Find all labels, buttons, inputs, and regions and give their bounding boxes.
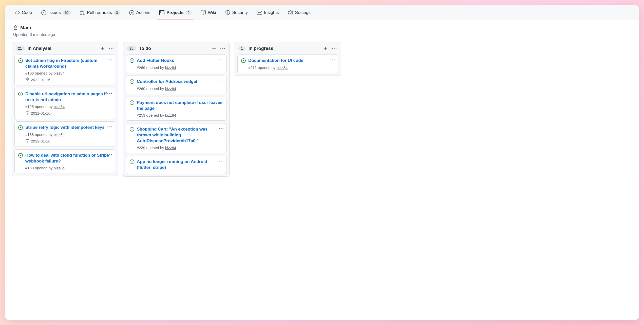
column-header: 1In progress: [235, 42, 341, 55]
tab-issues[interactable]: Issues 62: [38, 5, 74, 20]
opened-by-text: opened by: [34, 104, 53, 109]
card-menu-button[interactable]: [107, 124, 112, 131]
issue-open-icon: [18, 58, 23, 64]
column-count: 1: [238, 46, 245, 51]
gear-icon: [288, 10, 293, 15]
tab-wiki-label: Wiki: [208, 10, 216, 15]
column-menu-button[interactable]: [108, 45, 114, 51]
tab-pulls[interactable]: Pull requests 3: [76, 5, 123, 20]
card-title[interactable]: Stripe retry logic with idempotent keys: [25, 125, 105, 131]
issue-card[interactable]: Controller for Address widget#260 opened…: [126, 76, 227, 94]
opened-by-text: opened by: [145, 65, 165, 70]
issue-card[interactable]: Documentation for UI code#211 opened by …: [237, 55, 338, 73]
issue-number: #269: [137, 65, 145, 70]
card-meta: #269 opened by bizz84: [137, 65, 223, 70]
issue-card[interactable]: App no longer running on Android (flutte…: [126, 156, 227, 174]
card-title[interactable]: Disable url navigation to admin pages if…: [25, 91, 111, 103]
issues-icon: [41, 10, 46, 15]
card-list: Add Flutter Hooks#269 opened by bizz84Co…: [123, 55, 229, 176]
card-menu-button[interactable]: [218, 126, 224, 133]
pulls-count: 3: [114, 10, 120, 15]
issue-card[interactable]: Add Flutter Hooks#269 opened by bizz84: [126, 55, 227, 73]
issue-number: #103: [25, 71, 34, 75]
tab-projects[interactable]: Projects 2: [156, 5, 195, 20]
issue-card[interactable]: Set admin flag in Firestore (custom clai…: [14, 55, 115, 85]
tab-security[interactable]: Security: [222, 5, 251, 20]
play-icon: [129, 10, 134, 15]
tab-actions[interactable]: Actions: [126, 5, 154, 20]
book-icon: [201, 10, 206, 15]
card-title[interactable]: App no longer running on Android (flutte…: [137, 159, 223, 171]
card-title[interactable]: Add Flutter Hooks: [137, 58, 174, 64]
user-link[interactable]: bizz84: [165, 86, 176, 91]
add-card-button[interactable]: [323, 45, 329, 51]
opened-by-text: opened by: [145, 113, 165, 117]
user-link[interactable]: bizz84: [165, 146, 176, 150]
shield-icon: [225, 10, 230, 15]
column-count: 25: [127, 46, 136, 51]
milestone-date: 2022-01-16: [31, 139, 50, 143]
card-menu-button[interactable]: [107, 152, 112, 159]
card-menu-button[interactable]: [218, 78, 224, 85]
card-title[interactable]: Shopping Cart: "An exception was thrown …: [137, 127, 223, 144]
user-link[interactable]: bizz84: [54, 71, 65, 75]
add-card-button[interactable]: [100, 45, 106, 51]
user-link[interactable]: bizz84: [54, 104, 65, 109]
tab-code[interactable]: Code: [11, 5, 36, 20]
column-header: 25To do: [123, 42, 229, 55]
card-title[interactable]: Set admin flag in Firestore (custom clai…: [25, 58, 111, 69]
user-link[interactable]: bizz84: [165, 65, 176, 70]
issue-open-icon: [130, 79, 134, 85]
issue-open-icon: [130, 159, 134, 165]
issue-open-icon: [130, 58, 134, 64]
issue-card[interactable]: Stripe retry logic with idempotent keys#…: [14, 121, 115, 147]
card-menu-button[interactable]: [218, 99, 224, 106]
issue-number: #198: [25, 166, 34, 170]
column-header: 21In Analysis: [12, 42, 118, 55]
card-menu-button[interactable]: [107, 91, 112, 97]
issue-number: #138: [25, 132, 34, 137]
issue-open-icon: [18, 91, 23, 97]
issue-open-icon: [130, 127, 134, 133]
milestone-icon: [25, 111, 29, 116]
issue-card[interactable]: Shopping Cart: "An exception was thrown …: [126, 123, 227, 153]
issue-number: #125: [25, 104, 34, 109]
user-link[interactable]: bizz84: [54, 166, 65, 170]
column-menu-button[interactable]: [220, 45, 226, 51]
tab-issues-label: Issues: [48, 10, 61, 15]
issue-card[interactable]: Disable url navigation to admin pages if…: [14, 88, 115, 119]
column-menu-button[interactable]: [331, 45, 337, 51]
tab-settings[interactable]: Settings: [285, 5, 314, 20]
card-menu-button[interactable]: [218, 57, 224, 64]
card-menu-button[interactable]: [330, 57, 335, 64]
card-title[interactable]: Payment does not complete if user leaves…: [137, 100, 223, 112]
card-menu-button[interactable]: [107, 57, 112, 64]
issue-card[interactable]: Payment does not complete if user leaves…: [126, 97, 227, 121]
card-title[interactable]: Controller for Address widget: [137, 79, 197, 85]
board-column: 21In AnalysisSet admin flag in Firestore…: [12, 42, 118, 176]
column-count: 21: [15, 46, 25, 51]
issue-number: #239: [137, 146, 145, 150]
project-updated: Updated 3 minutes ago: [13, 32, 631, 37]
opened-by-text: opened by: [34, 132, 53, 137]
card-title[interactable]: Documentation for UI code: [248, 58, 303, 64]
tab-projects-label: Projects: [166, 10, 183, 15]
issues-count: 62: [63, 10, 71, 15]
user-link[interactable]: bizz84: [54, 132, 65, 137]
issue-open-icon: [241, 58, 246, 64]
card-menu-button[interactable]: [218, 158, 224, 165]
add-card-button[interactable]: [211, 45, 217, 51]
opened-by-text: opened by: [145, 146, 165, 150]
user-link[interactable]: bizz84: [165, 113, 176, 117]
tab-settings-label: Settings: [295, 10, 311, 15]
card-title[interactable]: How to deal with cloud function or Strip…: [25, 153, 111, 164]
project-icon: [159, 10, 164, 15]
card-milestone: 2022-01-16: [25, 77, 111, 82]
issue-card[interactable]: How to deal with cloud function or Strip…: [14, 149, 115, 173]
board-column: 25To doAdd Flutter Hooks#269 opened by b…: [123, 42, 230, 177]
column-title: In Analysis: [28, 46, 97, 51]
tab-insights[interactable]: Insights: [253, 5, 282, 20]
tab-wiki[interactable]: Wiki: [197, 5, 219, 20]
tab-pulls-label: Pull requests: [87, 10, 112, 15]
user-link[interactable]: bizz84: [277, 65, 288, 70]
